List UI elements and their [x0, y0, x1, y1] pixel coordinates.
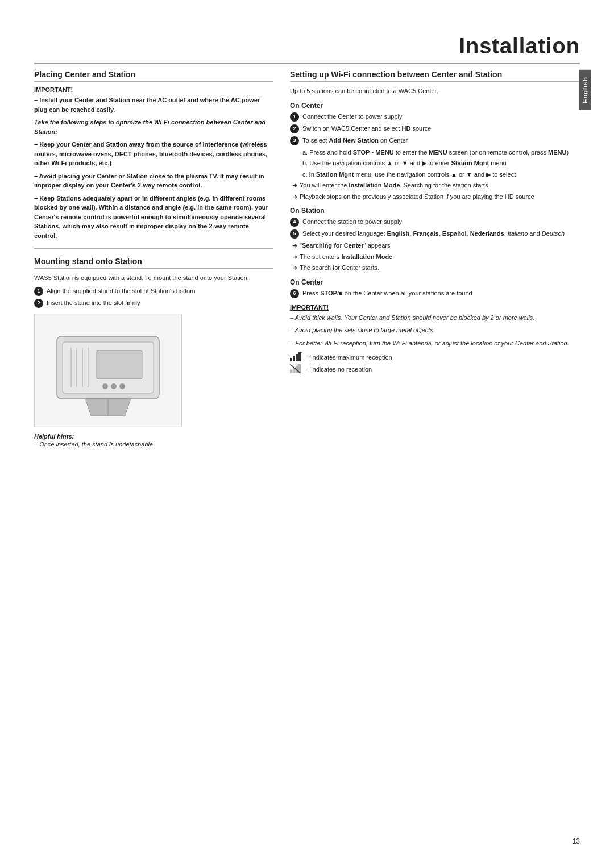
divider-1	[34, 248, 273, 249]
italic-intro: Take the following steps to optimize the…	[34, 118, 273, 136]
signal-none-label: – indicates no reception	[306, 366, 372, 373]
section-mounting-title: Mounting stand onto Station	[34, 257, 273, 269]
step-num-1: 1	[34, 287, 43, 296]
mounting-step1: 1 Align the supplied stand to the slot a…	[34, 286, 273, 296]
on-station-label: On Station	[290, 207, 580, 215]
important-text-1: – Install your Center and Station near t…	[34, 95, 273, 114]
bullet2-span: – Avoid placing your Center or Station c…	[34, 173, 264, 189]
step3b: b. Use the navigation controls ▲ or ▼ an…	[290, 158, 580, 168]
svg-point-9	[119, 383, 125, 389]
step5-arrow3-text: The search for Center starts.	[300, 263, 379, 273]
wifi-step4: 4 Connect the station to power supply	[290, 217, 580, 227]
helpful-hints-text: – Once inserted, the stand is undetachab…	[34, 441, 155, 448]
mounting-step2: 2 Insert the stand into the slot firmly	[34, 298, 273, 308]
step3-arrow2-text: Playback stops on the previously associa…	[300, 192, 534, 202]
wifi-step6-text: Press STOP/■ on the Center when all your…	[302, 289, 472, 298]
important2-text3: – For better Wi-Fi reception, turn the W…	[290, 339, 580, 348]
mounting-intro: WAS5 Station is equipped with a stand. T…	[34, 273, 273, 283]
step3a: a. Press and hold STOP • MENU to enter t…	[290, 148, 580, 157]
signal-none-row: – indicates no reception	[290, 364, 580, 374]
italic-intro-span: Take the following steps to optimize the…	[34, 119, 265, 135]
important2-text2: – Avoid placing the sets close to large …	[290, 326, 580, 335]
wifi-num-4: 4	[290, 218, 299, 227]
svg-rect-13	[293, 356, 295, 361]
section-mounting: Mounting stand onto Station WAS5 Station…	[34, 257, 273, 449]
helpful-hints-label: Helpful hints:	[34, 433, 74, 440]
wifi-step3: 3 To select Add New Station on Center	[290, 136, 580, 145]
wifi-intro: Up to 5 stations can be connected to a W…	[290, 86, 580, 96]
svg-rect-6	[97, 350, 142, 379]
svg-rect-15	[298, 352, 301, 361]
wifi-step2: 2 Switch on WAC5 Center and select HD so…	[290, 124, 580, 133]
wifi-step1: 1 Connect the Center to power supply	[290, 112, 580, 122]
page: Installation Placing Center and Station …	[0, 0, 614, 868]
arrow-icon-5: ➜	[292, 263, 297, 273]
section-placing: Placing Center and Station IMPORTANT! – …	[34, 70, 273, 240]
arrow-icon-3: ➜	[292, 241, 297, 251]
step5-arrow2: ➜ The set enters Installation Mode	[290, 252, 580, 262]
mounting-step2-text: Insert the stand into the slot firmly	[47, 298, 140, 308]
svg-point-8	[111, 383, 117, 389]
bullet2: – Avoid placing your Center or Station c…	[34, 172, 273, 190]
station-svg	[40, 319, 176, 422]
signal-max-label: – indicates maximum reception	[306, 354, 392, 361]
arrow-icon-4: ➜	[292, 252, 297, 262]
mounting-step1-text: Align the supplied stand to the slot at …	[47, 286, 195, 296]
step-num-2: 2	[34, 299, 43, 308]
wifi-step5-text: Select your desired language: English, F…	[302, 229, 565, 239]
svg-rect-12	[290, 358, 292, 361]
right-column: English Setting up Wi-Fi connection betw…	[290, 70, 580, 452]
section-wifi-title: Setting up Wi-Fi connection between Cent…	[290, 70, 580, 82]
step5-arrow1-text: "Searching for Center" appears	[300, 241, 390, 251]
svg-rect-17	[290, 370, 292, 373]
arrow-icon-1: ➜	[292, 181, 297, 190]
wifi-step4-text: Connect the station to power supply	[302, 217, 402, 227]
title-bar: Installation	[34, 34, 580, 64]
wifi-step2-text: Switch on WAC5 Center and select HD sour…	[302, 124, 431, 133]
signal-max-icon	[290, 352, 302, 362]
bullet1: – Keep your Center and Station away from…	[34, 140, 273, 168]
wifi-step1-text: Connect the Center to power supply	[302, 112, 403, 122]
wifi-step5: 5 Select your desired language: English,…	[290, 229, 580, 239]
step3c: c. In Station Mgnt menu, use the navigat…	[290, 170, 580, 180]
bullet3-span: – Keep Stations adequately apart or in d…	[34, 195, 268, 239]
step3-arrow1-text: You will enter the Installation Mode. Se…	[300, 181, 488, 190]
wifi-num-2: 2	[290, 124, 299, 133]
signal-none-icon	[290, 364, 302, 374]
left-column: Placing Center and Station IMPORTANT! – …	[34, 70, 273, 452]
wifi-num-6: 6	[290, 289, 299, 298]
step5-arrow2-text: The set enters Installation Mode	[300, 252, 392, 262]
wifi-num-3: 3	[290, 136, 299, 145]
page-number: 13	[572, 837, 580, 845]
on-center-label-2: On Center	[290, 278, 580, 286]
step5-arrow3: ➜ The search for Center starts.	[290, 263, 580, 273]
important2-text1: – Avoid thick walls. Your Center and Sta…	[290, 313, 580, 323]
section-wifi: Setting up Wi-Fi connection between Cent…	[290, 70, 580, 374]
wifi-step6: 6 Press STOP/■ on the Center when all yo…	[290, 289, 580, 298]
svg-point-7	[102, 383, 108, 389]
bullet1-span: – Keep your Center and Station away from…	[34, 141, 267, 166]
wifi-num-5: 5	[290, 229, 299, 239]
wifi-num-1: 1	[290, 112, 299, 122]
page-title: Installation	[34, 34, 580, 59]
step3-arrow1: ➜ You will enter the Installation Mode. …	[290, 181, 580, 190]
language-tab: English	[579, 70, 591, 110]
wifi-step3-text: To select Add New Station on Center	[302, 136, 408, 145]
important-label-1: IMPORTANT!	[34, 86, 273, 93]
important-label-2: IMPORTANT!	[290, 304, 580, 311]
arrow-icon-2: ➜	[292, 192, 297, 202]
helpful-hints: Helpful hints: – Once inserted, the stan…	[34, 433, 273, 449]
step5-arrow1: ➜ "Searching for Center" appears	[290, 241, 580, 251]
station-image	[34, 314, 182, 427]
step3-arrow2: ➜ Playback stops on the previously assoc…	[290, 192, 580, 202]
svg-rect-14	[296, 354, 298, 361]
important-text-1-span: – Install your Center and Station near t…	[34, 97, 260, 113]
content-area: Placing Center and Station IMPORTANT! – …	[34, 70, 580, 452]
bullet3: – Keep Stations adequately apart or in d…	[34, 194, 273, 241]
section-placing-title: Placing Center and Station	[34, 70, 273, 82]
signal-max-row: – indicates maximum reception	[290, 352, 580, 362]
on-center-label-1: On Center	[290, 102, 580, 110]
